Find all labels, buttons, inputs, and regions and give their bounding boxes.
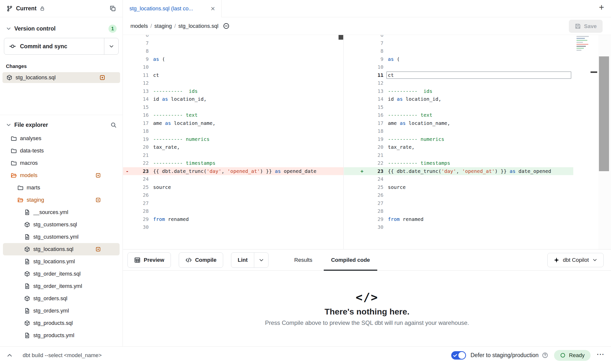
ready-status-badge[interactable]: Ready xyxy=(554,350,591,361)
file-tree-item-stg_products.yml[interactable]: stg_products.yml xyxy=(3,329,120,342)
editor-tab[interactable]: stg_locations.sql (last co... × xyxy=(123,0,222,17)
code-text xyxy=(388,103,573,111)
file-name: macros xyxy=(20,160,38,166)
split-handle[interactable] xyxy=(591,71,597,73)
folder-icon xyxy=(11,160,17,166)
file-explorer-header[interactable]: File explorer xyxy=(0,119,123,131)
close-icon[interactable]: × xyxy=(211,5,215,12)
line-number: 22 xyxy=(131,159,149,167)
diff-marker xyxy=(358,159,366,167)
commit-and-sync-button[interactable]: Commit and sync xyxy=(4,38,104,54)
diff-line-24: 24 xyxy=(344,175,573,183)
diff-marker xyxy=(358,63,366,71)
compile-button[interactable]: Compile xyxy=(179,252,223,268)
minimap[interactable] xyxy=(575,35,592,249)
dbt-copilot-button[interactable]: dbt Copilot xyxy=(547,253,604,267)
diff-marker xyxy=(358,95,366,103)
line-number: 27 xyxy=(131,199,149,207)
diff-line-9: 9as ( xyxy=(344,55,573,63)
diff-line-15: 15 xyxy=(123,103,343,111)
diff-line-22: 22---------- timestamps xyxy=(123,159,343,167)
line-number: 16 xyxy=(366,111,383,119)
diff-marker xyxy=(123,135,131,143)
diff-line-16: 16---------- text xyxy=(123,111,343,119)
diff-editor-original-pane[interactable]: 6789as (1011ct1213---------- ids14id as … xyxy=(123,35,344,249)
chevron-down-icon xyxy=(592,257,597,263)
commit-options-button[interactable] xyxy=(104,38,118,54)
file-tree-item-stg_order_items.yml[interactable]: stg_order_items.yml xyxy=(3,280,120,292)
diff-line-12: 12 xyxy=(123,79,343,87)
diff-marker xyxy=(358,47,366,55)
yml-file-icon xyxy=(24,234,30,240)
file-name: stg_order_items.yml xyxy=(33,283,82,289)
tab-results[interactable]: Results xyxy=(285,249,322,270)
diff-editor-modified-pane[interactable]: 6789as (1011ct1213---------- ids14id as … xyxy=(344,35,573,249)
file-tree-item-staging[interactable]: staging xyxy=(3,194,120,206)
branch-selector[interactable]: Current xyxy=(0,0,123,17)
pane-scrollbar-thumb[interactable] xyxy=(339,35,343,40)
diff-line-11: 11ct xyxy=(123,71,343,79)
defer-toggle[interactable] xyxy=(451,351,466,360)
folder-icon xyxy=(18,197,23,203)
file-tree-item-stg_locations.yml[interactable]: stg_locations.yml xyxy=(3,255,120,268)
diff-marker xyxy=(123,207,131,215)
diff-marker xyxy=(358,103,366,111)
diff-marker xyxy=(358,151,366,159)
file-tree-item-__sources.yml[interactable]: __sources.yml xyxy=(3,206,120,218)
editor-scrollbar-thumb[interactable] xyxy=(599,56,609,171)
file-tree-item-macros[interactable]: macros xyxy=(3,157,120,169)
search-icon[interactable] xyxy=(110,122,117,128)
breadcrumb-bar: models/staging/stg_locations.sql Save xyxy=(123,17,611,35)
changed-file-row[interactable]: stg_locations.sql xyxy=(2,72,120,83)
line-number: 20 xyxy=(366,143,383,151)
file-tree-item-analyses[interactable]: analyses xyxy=(3,132,120,145)
code-text xyxy=(388,63,573,71)
copy-icon[interactable] xyxy=(109,5,116,12)
preview-button[interactable]: Preview xyxy=(127,252,171,268)
check-icon xyxy=(453,353,458,358)
file-tree-item-stg_products.sql[interactable]: stg_products.sql xyxy=(3,317,120,329)
line-number: 10 xyxy=(131,63,149,71)
file-tree-item-stg_customers.yml[interactable]: stg_customers.yml xyxy=(3,231,120,243)
lineage-icon[interactable] xyxy=(223,23,230,29)
file-tree-item-stg_locations.sql[interactable]: stg_locations.sql xyxy=(3,243,120,255)
lint-button[interactable]: Lint xyxy=(231,253,254,267)
diff-line-6: 6 xyxy=(344,35,573,39)
diff-marker xyxy=(358,143,366,151)
line-number: 30 xyxy=(131,223,149,231)
code-slash-icon: </> xyxy=(356,291,378,304)
save-button[interactable]: Save xyxy=(569,20,603,33)
diff-marker xyxy=(123,199,131,207)
help-icon[interactable] xyxy=(542,352,548,358)
overflow-menu-button[interactable]: ⋯ xyxy=(596,350,605,361)
model-file-icon xyxy=(24,246,30,252)
new-tab-button[interactable]: + xyxy=(599,3,604,12)
code-text xyxy=(153,79,343,87)
file-tree-item-stg_order_items.sql[interactable]: stg_order_items.sql xyxy=(3,268,120,280)
modified-indicator-icon xyxy=(95,247,101,252)
file-tree-item-stg_orders.yml[interactable]: stg_orders.yml xyxy=(3,305,120,317)
code-text xyxy=(388,35,573,39)
file-tree-item-marts[interactable]: marts xyxy=(3,182,120,194)
lint-options-button[interactable] xyxy=(254,253,268,267)
file-tree-item-stg_orders.sql[interactable]: stg_orders.sql xyxy=(3,292,120,305)
line-number: 13 xyxy=(131,87,149,95)
code-text: ---------- text xyxy=(388,111,573,119)
diff-marker xyxy=(123,223,131,231)
editor-scrollbar[interactable] xyxy=(598,35,611,249)
version-control-header[interactable]: Version control 1 xyxy=(0,23,123,34)
original-code: 6789as (1011ct1213---------- ids14id as … xyxy=(123,35,343,231)
diff-marker xyxy=(358,199,366,207)
command-input[interactable]: dbt build --select <model_name> xyxy=(23,352,102,359)
file-tree-item-stg_customers.sql[interactable]: stg_customers.sql xyxy=(3,218,120,231)
chevron-up-icon[interactable] xyxy=(6,352,13,359)
file-tree-item-models[interactable]: models xyxy=(3,169,120,182)
file-tree-item-data-tests[interactable]: data-tests xyxy=(3,145,120,157)
diff-marker xyxy=(123,111,131,119)
code-text: from renamed xyxy=(153,215,343,223)
line-number: 28 xyxy=(131,207,149,215)
tab-compiled-code[interactable]: Compiled code xyxy=(322,249,379,270)
code-text xyxy=(153,47,343,55)
diff-marker xyxy=(358,79,366,87)
diff-marker xyxy=(358,127,366,135)
